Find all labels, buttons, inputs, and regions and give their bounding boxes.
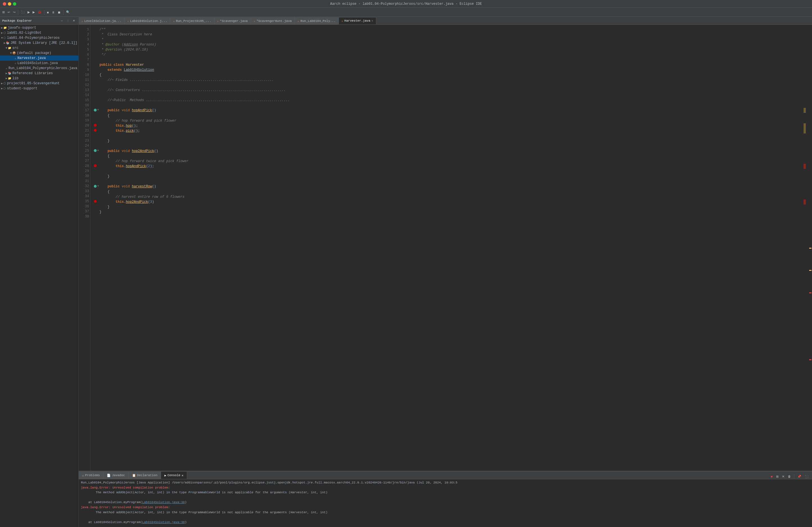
window-title: Aarch eclipse - lab01.04-PolymorphicJero… (330, 2, 482, 6)
toolbar-btn-9[interactable]: 🔍 (65, 10, 71, 15)
code-area[interactable]: /** * Class Description here * * @author… (90, 25, 808, 471)
tab-run-project0105[interactable]: ☕ Run_Project0105_... (170, 17, 214, 25)
sidebar-collapse-btn[interactable]: ↔ (59, 18, 64, 23)
fold-icon[interactable]: ▼ (97, 184, 99, 188)
tab-label: Run_Lab0104_Poly... (300, 19, 335, 23)
console-link-1[interactable]: Lab0104Solution.java:38 (142, 501, 185, 504)
maximize-button[interactable] (13, 2, 16, 5)
toolbar-btn-7[interactable]: ⏸ (50, 10, 56, 15)
console-btn-pin[interactable]: 📌 (796, 474, 802, 479)
sidebar-item-harvester-java[interactable]: ☕ Harvester.java (0, 56, 78, 61)
breakpoint-icon[interactable] (94, 129, 97, 132)
code-text: // hop forward and pick flower (100, 118, 176, 123)
breakpoint-icon[interactable] (94, 164, 97, 167)
sidebar-item-lab0102[interactable]: ▶ ⬡ lab01.02-LightBot (0, 30, 78, 35)
right-scroll-markers (808, 25, 812, 471)
right-marker-yellow (803, 128, 806, 133)
toolbar-btn-debug[interactable]: 🐞 (37, 10, 43, 15)
close-button[interactable] (3, 2, 6, 5)
sidebar-item-jre[interactable]: ▶ 📚 JRE System Library [JRE [22.0.1]] (0, 41, 78, 45)
toolbar-btn-1[interactable]: ⊞ (1, 10, 6, 15)
code-line-13: //~ Constructors .......................… (94, 88, 806, 93)
code-line-21: this.pick(); (94, 128, 806, 133)
toolbar-btn-5[interactable]: ▶ (26, 10, 31, 15)
toolbar-btn-2[interactable]: ↩ (6, 10, 11, 15)
java-icon: ☕ (342, 19, 343, 23)
toolbar-sep-3 (63, 10, 63, 15)
sidebar-item-project0105[interactable]: ▶ ⬡ project01.05-ScavengerHunt (0, 81, 78, 86)
bottom-tab-bar: ⚠ Problems 📄 Javadoc 📋 Declaration ▶ Con… (79, 471, 812, 479)
console-link-2[interactable]: Lab0104Solution.java:38 (142, 521, 185, 524)
tab-lab0104solution[interactable]: ☕ Lab0104Solution.j... (125, 17, 170, 25)
java-icon: ☕ (173, 19, 175, 23)
toolbar-btn-4[interactable]: ⬛ (20, 10, 26, 15)
bottom-tab-console[interactable]: ▶ Console ✕ (161, 472, 187, 479)
console-btn-3[interactable]: ✕ (781, 474, 786, 479)
sidebar-item-lab0104solution[interactable]: ☕ Lab0104Solution.java (0, 61, 78, 66)
fold-icon[interactable]: ▼ (97, 149, 99, 153)
toolbar-btn-run[interactable]: ▶ (31, 10, 36, 15)
tab-level6solution[interactable]: ☕ Level6Solution.ja... (79, 17, 125, 25)
code-text: public void hop2AndPick() (100, 149, 158, 153)
chevron-down-icon: ▼ (10, 52, 12, 55)
debug-icon (94, 109, 97, 112)
sidebar-item-label: Referenced Libraries (12, 71, 53, 75)
sidebar-item-src[interactable]: ▼ 📁 src (0, 45, 78, 50)
title-bar: Aarch eclipse - lab01.04-PolymorphicJero… (0, 0, 812, 8)
chevron-right-icon: ▶ (5, 77, 7, 80)
minimize-button[interactable] (8, 2, 11, 5)
toolbar-btn-3[interactable]: ↪ (12, 10, 17, 15)
fold-icon[interactable]: ▼ (97, 108, 99, 112)
code-line-6: */ (94, 52, 806, 57)
folder-icon: 📁 (8, 77, 11, 80)
console-btn-5[interactable]: ⬛ (803, 474, 810, 479)
code-line-14 (94, 93, 806, 98)
stop-console-btn[interactable]: ■ (770, 474, 774, 479)
sidebar-item-lib[interactable]: ▶ 📁 lib (0, 76, 78, 81)
code-line-38 (94, 215, 806, 220)
code-line-1: /** (94, 27, 806, 32)
bottom-tab-problems[interactable]: ⚠ Problems (79, 472, 103, 479)
tab-harvester[interactable]: ☕ Harvester.java ✕ (339, 17, 376, 25)
sidebar-title: Package Explorer (2, 19, 32, 23)
sidebar-item-javafx-support[interactable]: ▶ 📁 javafx-support (0, 25, 78, 30)
console-btn-2[interactable]: ⊞ (775, 474, 780, 479)
bottom-tab-javadoc[interactable]: 📄 Javadoc (103, 472, 128, 479)
sidebar-item-student-support[interactable]: ▶ ⬡ student-support (0, 86, 78, 91)
toolbar-btn-8[interactable]: ⏹ (57, 10, 62, 15)
sidebar-close-btn[interactable]: ✕ (72, 18, 76, 23)
sidebar-item-lab0104[interactable]: ▼ ⬡ lab01.04-PolymorphicJeroos (0, 35, 78, 41)
sidebar-item-ref-libraries[interactable]: ▶ 📚 Referenced Libraries (0, 71, 78, 76)
code-line-25: ▼ public void hop2AndPick() (94, 149, 806, 154)
console-btn-clear[interactable]: 🗑 (787, 474, 792, 479)
bottom-panel-controls: ■ ⊞ ✕ 🗑 📌 ⬛ (767, 474, 812, 479)
tab-close-icon[interactable]: ✕ (372, 19, 373, 23)
code-line-27: // hop forward twice and pick flower (94, 159, 806, 164)
sidebar-item-label: lab01.02-LightBot (7, 31, 41, 35)
console-line-link-2: at Lab0104Solution.myProgram(Lab0104Solu… (81, 520, 810, 525)
tab-scavengerhunt[interactable]: ☕ *ScavengerHunt.java (251, 17, 295, 25)
tab-label: *ScavengerHunt.java (257, 19, 292, 23)
chevron-right-icon: ▶ (1, 82, 3, 85)
breakpoint-icon[interactable] (94, 124, 97, 127)
sidebar-item-default-package[interactable]: ▼ 📦 (default package) (0, 50, 78, 56)
console-line-header: Run_Lab0104_PolymorphicJeroos [Java Appl… (81, 480, 810, 485)
console-close-icon[interactable]: ✕ (182, 474, 184, 477)
chevron-right-icon: ▶ (1, 87, 3, 90)
tab-scavenger[interactable]: ☕ *Scavenger.java (214, 17, 251, 25)
library-icon: 📚 (8, 72, 11, 75)
code-text: * Class Description here (100, 32, 152, 37)
sidebar-item-label: lib (12, 76, 18, 80)
error-breakpoint-icon[interactable] (94, 200, 97, 203)
sidebar-menu-btn[interactable]: ⋮ (66, 18, 71, 23)
console-header-text: Run_Lab0104_PolymorphicJeroos [Java Appl… (81, 481, 458, 484)
code-text (100, 133, 101, 138)
line-gutter-25: ▼ (94, 149, 100, 154)
sidebar-item-run-lab0104[interactable]: ☕ Run_Lab0104_PolymorphicJeroos.java (0, 66, 78, 71)
code-text: { (100, 113, 110, 118)
bottom-tab-declaration[interactable]: 📋 Declaration (129, 472, 161, 479)
toolbar-btn-6[interactable]: ■ (46, 10, 50, 15)
chevron-right-icon: ▶ (1, 26, 3, 29)
tab-run-lab0104[interactable]: ☕ Run_Lab0104_Poly... (295, 17, 338, 25)
sidebar-item-label: JRE System Library [JRE [22.0.1]] (10, 41, 77, 45)
